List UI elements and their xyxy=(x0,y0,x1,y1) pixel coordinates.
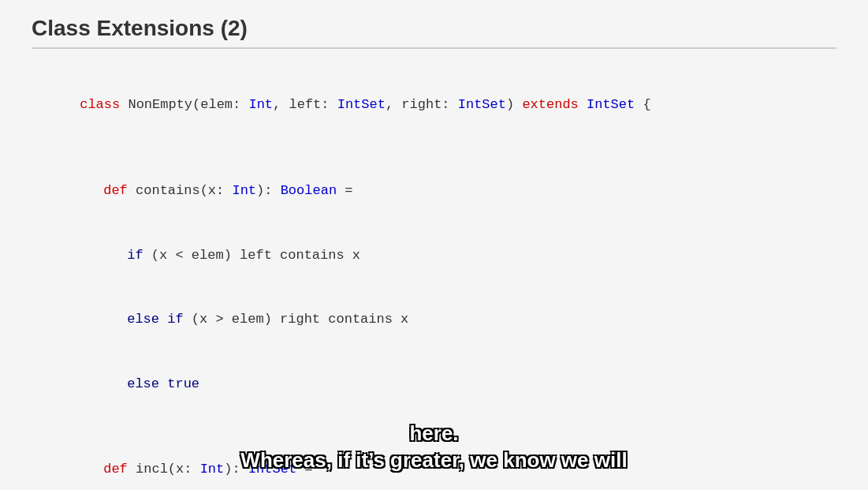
code-line-contains-elif: else if (x > elem) right contains x xyxy=(32,287,836,352)
code-line-blank-1 xyxy=(32,137,836,159)
code-line-class-decl: class NonEmpty(elem: Int, left: IntSet, … xyxy=(32,73,836,137)
code-line-contains-else: else true xyxy=(32,351,836,416)
code-line-contains-if: if (x < elem) left contains x xyxy=(32,223,836,287)
code-line-contains-def: def contains(x: Int): Boolean = xyxy=(32,159,836,223)
subtitle-line-2: Whereas, if it’s greater, we know we wil… xyxy=(47,447,821,474)
subtitle-area: here. Whereas, if it’s greater, we know … xyxy=(0,421,868,474)
slide-title: Class Extensions (2) xyxy=(32,16,836,49)
slide-container: Class Extensions (2) class NonEmpty(elem… xyxy=(0,0,868,490)
subtitle-line-1: here. xyxy=(47,421,821,447)
